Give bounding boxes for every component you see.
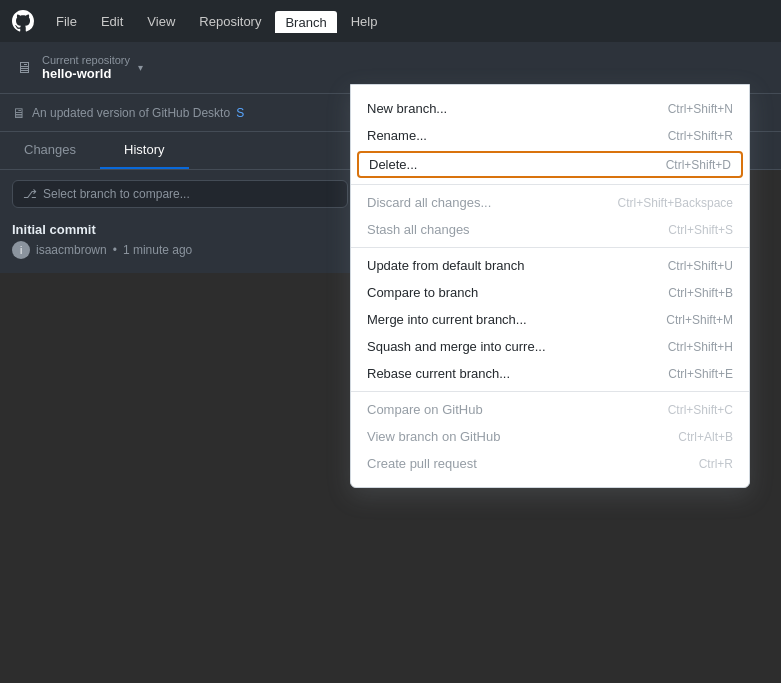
monitor-icon: 🖥 [16, 59, 32, 77]
dropdown-rebase[interactable]: Rebase current branch... Ctrl+Shift+E [351, 360, 749, 387]
menu-help[interactable]: Help [341, 10, 388, 33]
rebase-shortcut: Ctrl+Shift+E [668, 367, 733, 381]
dropdown-section-4: Compare on GitHub Ctrl+Shift+C View bran… [351, 392, 749, 481]
commit-time-value: 1 minute ago [123, 243, 192, 257]
compare-branch-label: Compare to branch [367, 285, 478, 300]
repo-name: hello-world [42, 66, 130, 81]
dropdown-compare-github: Compare on GitHub Ctrl+Shift+C [351, 396, 749, 423]
new-branch-shortcut: Ctrl+Shift+N [668, 102, 733, 116]
avatar: i [12, 241, 30, 259]
dropdown-stash: Stash all changes Ctrl+Shift+S [351, 216, 749, 243]
discard-label: Discard all changes... [367, 195, 491, 210]
delete-label: Delete... [369, 157, 417, 172]
squash-label: Squash and merge into curre... [367, 339, 546, 354]
dropdown-discard-all: Discard all changes... Ctrl+Shift+Backsp… [351, 189, 749, 216]
repo-label: Current repository [42, 54, 130, 66]
compare-github-label: Compare on GitHub [367, 402, 483, 417]
dropdown-section-1: New branch... Ctrl+Shift+N Rename... Ctr… [351, 91, 749, 185]
dropdown-update-default[interactable]: Update from default branch Ctrl+Shift+U [351, 252, 749, 279]
dropdown-rename[interactable]: Rename... Ctrl+Shift+R [351, 122, 749, 149]
update-default-label: Update from default branch [367, 258, 525, 273]
branch-icon: ⎇ [23, 187, 37, 201]
update-text: An updated version of GitHub Deskto [32, 106, 230, 120]
dropdown-delete[interactable]: Delete... Ctrl+Shift+D [357, 151, 743, 178]
stash-shortcut: Ctrl+Shift+S [668, 223, 733, 237]
dropdown-section-2: Discard all changes... Ctrl+Shift+Backsp… [351, 185, 749, 248]
repo-info: Current repository hello-world [42, 54, 130, 81]
rebase-label: Rebase current branch... [367, 366, 510, 381]
commit-entry: Initial commit i isaacmbrown • 1 minute … [12, 218, 348, 263]
dropdown-new-branch[interactable]: New branch... Ctrl+Shift+N [351, 95, 749, 122]
discard-shortcut: Ctrl+Shift+Backspace [618, 196, 733, 210]
create-pr-shortcut: Ctrl+R [699, 457, 733, 471]
menu-view[interactable]: View [137, 10, 185, 33]
dropdown-squash[interactable]: Squash and merge into curre... Ctrl+Shif… [351, 333, 749, 360]
create-pr-label: Create pull request [367, 456, 477, 471]
branch-compare[interactable]: ⎇ Select branch to compare... [12, 180, 348, 208]
stash-label: Stash all changes [367, 222, 470, 237]
dropdown-section-3: Update from default branch Ctrl+Shift+U … [351, 248, 749, 392]
view-github-label: View branch on GitHub [367, 429, 500, 444]
commit-author: isaacmbrown [36, 243, 107, 257]
update-icon: 🖥 [12, 105, 26, 121]
menu-edit[interactable]: Edit [91, 10, 133, 33]
commit-title: Initial commit [12, 222, 348, 237]
merge-label: Merge into current branch... [367, 312, 527, 327]
tab-history[interactable]: History [100, 132, 188, 169]
commit-meta: i isaacmbrown • 1 minute ago [12, 241, 348, 259]
commit-time: • [113, 243, 117, 257]
rename-shortcut: Ctrl+Shift+R [668, 129, 733, 143]
dropdown-merge[interactable]: Merge into current branch... Ctrl+Shift+… [351, 306, 749, 333]
update-link[interactable]: S [236, 106, 244, 120]
delete-shortcut: Ctrl+Shift+D [666, 158, 731, 172]
tab-changes[interactable]: Changes [0, 132, 100, 169]
branch-dropdown-menu: New branch... Ctrl+Shift+N Rename... Ctr… [350, 84, 750, 488]
compare-github-shortcut: Ctrl+Shift+C [668, 403, 733, 417]
github-logo-icon [12, 10, 34, 32]
app-body: 🖥 Current repository hello-world ▾ 🖥 An … [0, 42, 781, 683]
new-branch-label: New branch... [367, 101, 447, 116]
rename-label: Rename... [367, 128, 427, 143]
dropdown-create-pr: Create pull request Ctrl+R [351, 450, 749, 477]
compare-branch-shortcut: Ctrl+Shift+B [668, 286, 733, 300]
menu-repository[interactable]: Repository [189, 10, 271, 33]
view-github-shortcut: Ctrl+Alt+B [678, 430, 733, 444]
menu-file[interactable]: File [46, 10, 87, 33]
sidebar-content: ⎇ Select branch to compare... Initial co… [0, 170, 360, 273]
branch-compare-label: Select branch to compare... [43, 187, 190, 201]
repo-dropdown-arrow[interactable]: ▾ [138, 62, 143, 73]
merge-shortcut: Ctrl+Shift+M [666, 313, 733, 327]
update-default-shortcut: Ctrl+Shift+U [668, 259, 733, 273]
menu-branch[interactable]: Branch [275, 11, 336, 33]
squash-shortcut: Ctrl+Shift+H [668, 340, 733, 354]
dropdown-compare-branch[interactable]: Compare to branch Ctrl+Shift+B [351, 279, 749, 306]
titlebar: File Edit View Repository Branch Help [0, 0, 781, 42]
dropdown-view-github: View branch on GitHub Ctrl+Alt+B [351, 423, 749, 450]
